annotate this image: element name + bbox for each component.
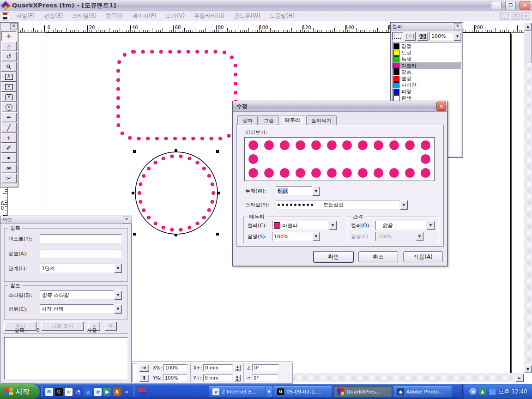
tray-collapse-chevron-icon[interactable]: ◀ [469,388,477,395]
flower-icon[interactable]: ❀ [65,388,73,396]
close-icon[interactable]: ✕ [123,217,130,224]
tab-box[interactable]: 상자 [237,115,258,125]
taskbar-button-photoshop[interactable]: ◉ Adobe Photo... [393,386,452,397]
line-tool[interactable]: ╱ [1,122,17,133]
color-row-red[interactable]: 빨강 [393,75,461,82]
color-row-black[interactable]: 검정 [393,43,461,49]
tray-windows-icon[interactable]: ❒ [489,388,496,395]
color-row-white[interactable]: 흰색 [393,95,461,101]
selection-handle[interactable] [132,192,134,194]
korean-ime-icon[interactable] [138,388,146,396]
chevron-down-icon[interactable]: ▼ [312,186,320,196]
x-offset-field[interactable]: 0 mm [203,364,233,371]
menu-window[interactable]: 윈도우(W) [230,11,264,21]
close-icon[interactable]: ✕ [454,23,461,30]
flip-horizontal-button[interactable]: ➜ [139,364,149,372]
outlook-express-icon[interactable]: ✉ [45,388,53,396]
index-entry-list[interactable] [4,337,128,380]
vertical-scrollbar[interactable]: ▲ ▼ [524,22,532,373]
y-scale-field[interactable]: 100% [163,375,187,381]
menu-edit[interactable]: 편집(E) [40,11,67,21]
menu-style[interactable]: 스타일(S) [68,11,101,21]
dialog-titlebar[interactable]: 수정 ✕ [233,101,447,112]
color-row-magenta[interactable]: 마젠타 [393,62,461,69]
minimize-button[interactable]: _ [491,1,502,10]
cancel-button[interactable]: 취소 [358,251,398,262]
text-input[interactable] [40,234,122,243]
tab-frame[interactable]: 테두리 [280,115,305,126]
selection-handle[interactable] [216,150,219,153]
scroll-down-icon[interactable]: ▼ [524,365,532,373]
scope-combobox[interactable]: 시작 선택 ▼ [40,304,122,314]
start-button[interactable]: 시작 [0,384,40,399]
chevron-down-icon[interactable]: ▼ [453,32,461,41]
scroll-up-icon[interactable]: ▲ [524,22,532,30]
tab-picture[interactable]: 그림 [259,115,279,125]
x-scale-field[interactable]: 100% [163,364,187,371]
unlinking-tool[interactable]: ⚮ [1,163,17,173]
chevron-down-icon[interactable]: ▼ [114,264,122,273]
level-combobox[interactable]: 1단계 ▼ [40,264,122,273]
item-tool[interactable]: ✛ [1,31,17,41]
selection-handle[interactable] [133,233,136,236]
chevron-down-icon[interactable]: ▼ [114,290,122,300]
flip-vertical-button[interactable]: ⬆ [139,374,149,382]
vertical-scroll-thumb[interactable] [524,31,532,63]
picture-viewer-icon[interactable]: 🙴 [113,388,121,396]
linking-tool[interactable]: ⚭ [1,153,17,163]
taskbar-button-quarkxpress[interactable]: QuarkXPres... [333,386,392,397]
ref-style-combobox[interactable]: 항목 스타일 ▼ [40,290,122,300]
ok-button[interactable]: 확인 [314,251,353,262]
chevron-down-icon[interactable]: ▼ [114,304,122,314]
width-combobox[interactable]: 6 pt ▼ [276,186,320,196]
menu-help[interactable]: 도움말(H) [266,11,299,21]
child-restore-button[interactable]: ❐ [511,12,520,20]
color-row-blue[interactable]: 파랑 [393,88,461,95]
tray-network-icon[interactable]: ♟ [479,388,486,395]
taskbar-button-internet-explorer[interactable]: e 2 Internet E... [209,386,267,397]
color-row-registration[interactable]: 맞춤 [393,69,461,75]
pattern-mode-button[interactable] [417,32,428,41]
contents-mode-button[interactable]: ✕ [405,32,416,41]
y-offset-stepper[interactable]: ▲▼ [234,375,241,381]
child-minimize-button[interactable]: _ [500,12,509,20]
selection-handle[interactable] [133,150,136,153]
close-icon[interactable]: ✕ [10,23,18,30]
menu-item[interactable]: 항목(I) [102,11,127,21]
restore-button[interactable]: ❐ [505,1,516,10]
menu-file[interactable]: 파일(F) [12,11,39,21]
chevron-down-icon[interactable]: ▼ [329,221,337,230]
selection-handle[interactable] [175,149,177,152]
rounded-picture-box-tool[interactable]: ✕ [1,92,17,102]
skew-field[interactable]: 0° [252,375,278,381]
gap-color-combobox[interactable]: 없음 ▼ [375,221,435,230]
selection-handle[interactable] [216,233,219,236]
x-offset-stepper[interactable]: ▲▼ [234,364,241,371]
shade-combobox[interactable]: 100% ▼ [429,32,461,41]
color-row-cyan[interactable]: 사이안 [393,82,461,88]
child-close-button[interactable]: ✕ [521,12,530,20]
menu-page[interactable]: 페이지(P) [128,11,161,21]
frame-color-combobox[interactable]: 마젠타 ▼ [272,221,337,230]
menu-view[interactable]: 보기(V) [162,11,189,21]
taskbar-button-document[interactable]: Ｇ 05-09-02-1,... [273,386,332,397]
y-offset-field[interactable]: 0 mm [203,375,233,381]
chevron-down-icon[interactable]: ▼ [312,232,320,241]
frame-mode-button[interactable] [392,32,403,41]
frame-shade-combobox[interactable]: 100% ▼ [272,232,320,241]
color-row-green[interactable]: 녹색 [393,56,461,62]
sort-input[interactable] [40,249,122,258]
scroll-right-icon[interactable]: ► [515,374,524,382]
chevron-down-icon[interactable]: ▼ [427,221,435,230]
color-row-yellow[interactable]: 노랑 [393,49,461,56]
tab-runaround[interactable]: 둘러싸기 [306,115,337,125]
quicktime-icon[interactable]: ◔ [74,388,82,396]
text-path-tool[interactable]: ✐ [1,143,17,153]
oval-picture-box-tool[interactable]: ✕ [1,102,17,112]
dotted-oval-box[interactable] [129,146,224,240]
rotation-tool[interactable]: ↺ [1,51,17,61]
rect-picture-box-tool[interactable]: ✕ [1,82,17,92]
scissors-tool[interactable]: ✂ [1,173,17,183]
dotted-rounded-rectangle-box[interactable] [115,49,238,141]
close-icon[interactable]: ✕ [436,102,446,111]
